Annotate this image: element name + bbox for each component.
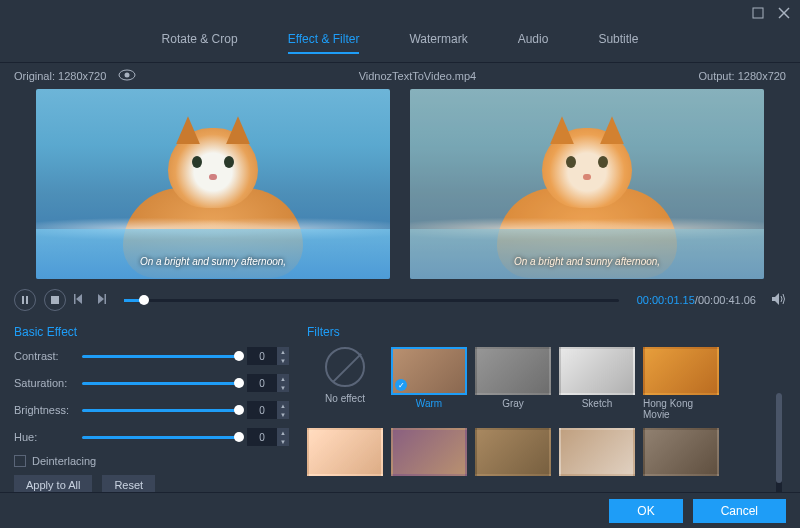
filter-no-effect[interactable]: No effect — [307, 347, 383, 420]
ok-button[interactable]: OK — [609, 499, 682, 523]
tab-audio[interactable]: Audio — [518, 32, 549, 54]
cancel-button[interactable]: Cancel — [693, 499, 786, 523]
next-frame-icon[interactable] — [94, 294, 106, 306]
prev-frame-icon[interactable] — [74, 294, 86, 306]
svg-rect-11 — [105, 294, 107, 304]
svg-marker-12 — [772, 293, 779, 305]
pause-button[interactable] — [14, 289, 36, 311]
brightness-label: Brightness: — [14, 404, 74, 416]
output-label: Output: — [699, 70, 735, 82]
saturation-slider[interactable] — [82, 382, 239, 385]
eye-icon[interactable] — [118, 69, 136, 83]
preview-caption: On a bright and sunny afternoon, — [410, 256, 764, 267]
svg-point-4 — [125, 73, 130, 78]
contrast-label: Contrast: — [14, 350, 74, 362]
filename: VidnozTextToVideo.mp4 — [359, 70, 477, 82]
contrast-slider[interactable] — [82, 355, 239, 358]
filters-title: Filters — [307, 325, 772, 339]
output-preview: On a bright and sunny afternoon, — [410, 89, 764, 279]
svg-marker-10 — [98, 294, 104, 304]
timeline-slider[interactable] — [124, 299, 619, 302]
svg-rect-7 — [51, 296, 59, 304]
contrast-spinner[interactable]: 0▲▼ — [247, 347, 289, 365]
stop-button[interactable] — [44, 289, 66, 311]
filter-hong-kong-movie[interactable]: Hong Kong Movie — [643, 347, 719, 420]
close-icon[interactable] — [778, 7, 790, 21]
saturation-label: Saturation: — [14, 377, 74, 389]
tab-watermark[interactable]: Watermark — [409, 32, 467, 54]
tab-subtitle[interactable]: Subtitle — [598, 32, 638, 54]
filter-extra-1[interactable] — [307, 428, 383, 490]
filter-gray[interactable]: Gray — [475, 347, 551, 420]
filter-extra-2[interactable] — [391, 428, 467, 490]
deinterlacing-checkbox[interactable] — [14, 455, 26, 467]
filter-sketch[interactable]: Sketch — [559, 347, 635, 420]
filter-extra-3[interactable] — [475, 428, 551, 490]
preview-caption: On a bright and sunny afternoon, — [36, 256, 390, 267]
basic-effect-title: Basic Effect — [14, 325, 289, 339]
volume-icon[interactable] — [772, 293, 786, 307]
minimize-icon[interactable] — [752, 7, 764, 21]
time-current: 00:00:01.15 — [637, 294, 695, 306]
saturation-spinner[interactable]: 0▲▼ — [247, 374, 289, 392]
original-resolution: 1280x720 — [58, 70, 106, 82]
hue-spinner[interactable]: 0▲▼ — [247, 428, 289, 446]
svg-rect-5 — [22, 296, 24, 304]
filter-warm[interactable]: ✓Warm — [391, 347, 467, 420]
time-total: 00:00:41.06 — [698, 294, 756, 306]
original-label: Original: — [14, 70, 55, 82]
original-preview: On a bright and sunny afternoon, — [36, 89, 390, 279]
tab-rotate-crop[interactable]: Rotate & Crop — [162, 32, 238, 54]
hue-label: Hue: — [14, 431, 74, 443]
output-resolution: 1280x720 — [738, 70, 786, 82]
hue-slider[interactable] — [82, 436, 239, 439]
svg-rect-0 — [753, 8, 763, 18]
svg-rect-9 — [74, 294, 76, 304]
svg-rect-6 — [26, 296, 28, 304]
filter-extra-5[interactable] — [643, 428, 719, 490]
brightness-spinner[interactable]: 0▲▼ — [247, 401, 289, 419]
deinterlacing-label: Deinterlacing — [32, 455, 96, 467]
tab-effect-filter[interactable]: Effect & Filter — [288, 32, 360, 54]
svg-marker-8 — [76, 294, 82, 304]
brightness-slider[interactable] — [82, 409, 239, 412]
filter-extra-4[interactable] — [559, 428, 635, 490]
